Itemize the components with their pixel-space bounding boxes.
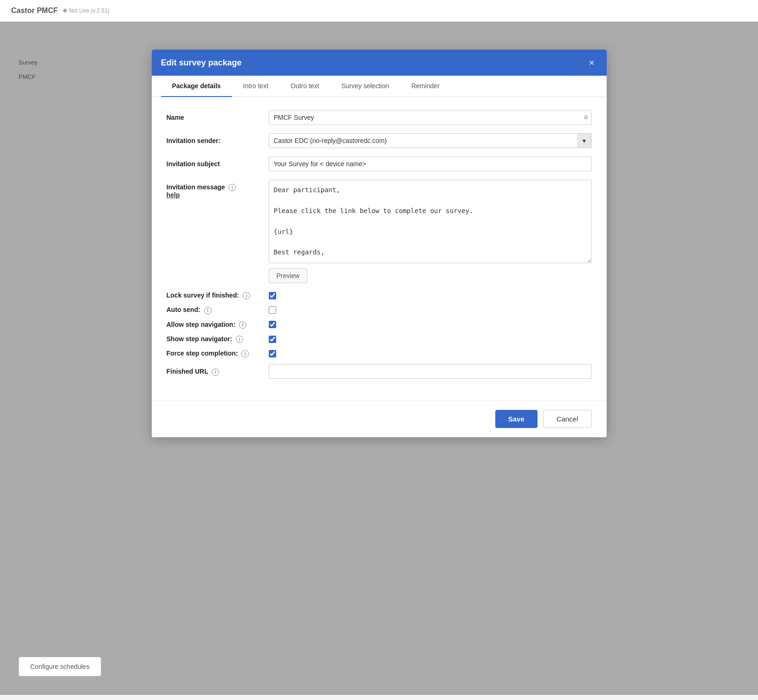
show-step-nav-label: Show step navigator: i [167,335,269,343]
invitation-sender-select-wrapper: Castor EDC (no-reply@castoredc.com) ▾ [269,133,592,148]
lock-survey-info-icon[interactable]: i [243,292,250,299]
tab-survey-selection[interactable]: Survey selection [330,76,401,97]
top-bar: Castor PMCF Not Live (v.2.51) [0,0,758,22]
allow-step-nav-checkbox[interactable] [269,321,276,328]
allow-step-nav-row: Allow step navigation: i [167,321,592,329]
modal-title: Edit survey package [161,58,242,68]
show-step-nav-checkbox[interactable] [269,336,276,343]
force-step-checkbox[interactable] [269,350,276,357]
invitation-message-label: Invitation message i help [167,180,269,199]
save-button[interactable]: Save [495,410,538,428]
name-row: Name ≡ [167,110,592,125]
show-step-nav-row: Show step navigator: i [167,335,592,343]
show-step-nav-info-icon[interactable]: i [236,336,243,343]
name-input-icon: ≡ [583,113,588,122]
invitation-sender-select[interactable]: Castor EDC (no-reply@castoredc.com) [269,133,592,148]
invitation-subject-input[interactable] [269,156,592,171]
lock-survey-label: Lock survey if finished: i [167,292,269,299]
allow-step-nav-info-icon[interactable]: i [239,321,246,329]
invitation-message-label-text: Invitation message [167,183,225,191]
invitation-sender-field-wrapper: Castor EDC (no-reply@castoredc.com) ▾ [269,133,592,148]
status-text: Not Live (v.2.51) [69,7,109,14]
tab-reminder[interactable]: Reminder [400,76,451,97]
name-input[interactable] [269,110,592,125]
tab-intro-text[interactable]: Intro text [232,76,279,97]
auto-send-info-icon[interactable]: i [204,307,212,314]
auto-send-row: Auto send: i [167,306,592,314]
invitation-subject-row: Invitation subject [167,156,592,171]
tab-package-details[interactable]: Package details [161,76,232,97]
name-input-container: ≡ [269,110,592,125]
cancel-button[interactable]: Cancel [543,410,592,428]
modal-close-button[interactable]: × [586,57,597,68]
auto-send-label: Auto send: i [167,306,269,314]
invitation-message-info-icon[interactable]: i [228,184,236,191]
preview-button[interactable]: Preview [269,268,308,283]
invitation-subject-field-wrapper [269,156,592,171]
invitation-message-help-link[interactable]: help [167,191,180,199]
force-step-info-icon[interactable]: i [241,350,249,357]
force-step-label: Force step completion: i [167,350,269,357]
invitation-message-textarea[interactable]: Dear participant, Please click the link … [269,180,592,263]
invitation-message-field-wrapper: Dear participant, Please click the link … [269,180,592,283]
finished-url-field-wrapper [269,364,592,379]
modal-body: Name ≡ Invitation sender: Castor EDC (no… [152,97,607,400]
edit-survey-package-modal: Edit survey package × Package details In… [152,50,607,437]
lock-survey-row: Lock survey if finished: i [167,292,592,299]
modal-tabs: Package details Intro text Outro text Su… [152,76,607,97]
page-content: Survey PMCF Edit survey package × Packag… [0,22,758,695]
invitation-sender-row: Invitation sender: Castor EDC (no-reply@… [167,133,592,148]
force-step-row: Force step completion: i [167,350,592,357]
invitation-subject-label: Invitation subject [167,156,269,168]
modal-header: Edit survey package × [152,50,607,76]
status-badge: Not Live (v.2.51) [63,7,109,14]
configure-schedules-button[interactable]: Configure schedules [19,657,101,676]
finished-url-input[interactable] [269,364,592,379]
allow-step-nav-label: Allow step navigation: i [167,321,269,329]
app-title: Castor PMCF [11,6,58,15]
name-field-wrapper: ≡ [269,110,592,125]
tab-outro-text[interactable]: Outro text [279,76,330,97]
name-label: Name [167,110,269,121]
invitation-message-row: Invitation message i help Dear participa… [167,180,592,283]
finished-url-info-icon[interactable]: i [212,369,219,376]
auto-send-checkbox[interactable] [269,306,276,314]
modal-footer: Save Cancel [152,400,607,437]
lock-survey-checkbox[interactable] [269,292,276,299]
finished-url-row: Finished URL i [167,364,592,379]
status-dot [63,9,67,13]
invitation-sender-label: Invitation sender: [167,133,269,144]
finished-url-label: Finished URL i [167,364,269,376]
